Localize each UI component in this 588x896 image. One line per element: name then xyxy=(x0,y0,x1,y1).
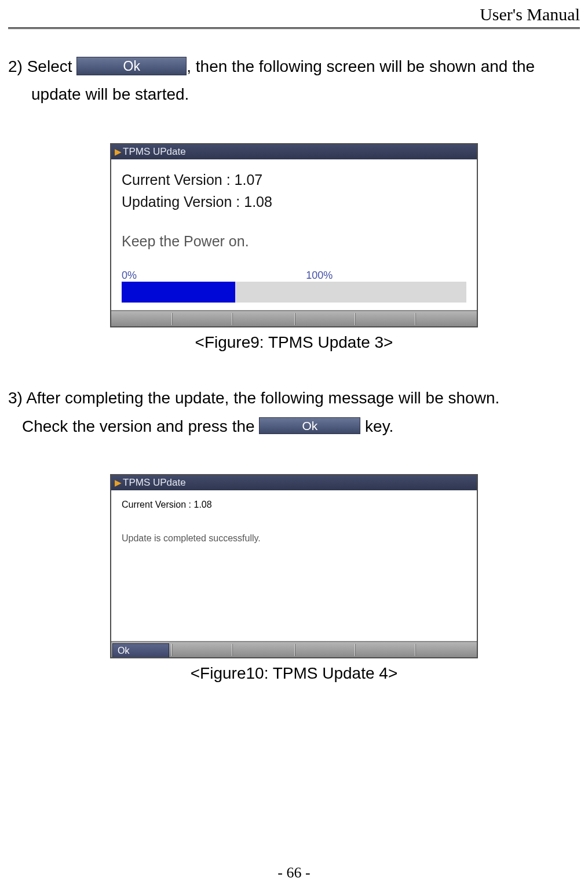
progress-label-0: 0% xyxy=(122,269,306,282)
tpms-update-screen-progress: ▶TPMS UPdate Current Version : 1.07 Upda… xyxy=(110,143,478,327)
bottombar-divider xyxy=(355,313,356,325)
bottombar-divider xyxy=(171,644,173,656)
header-rule xyxy=(8,27,580,29)
step-3-suffix: key. xyxy=(360,417,393,435)
current-version-text: Current Version : 1.08 xyxy=(122,500,466,510)
figure-10-caption: <Figure10: TPMS Update 4> xyxy=(8,664,580,683)
screen-body: Current Version : 1.08 Update is complet… xyxy=(111,490,477,641)
step-2-suffix: , then the following screen will be show… xyxy=(187,57,535,75)
current-version-text: Current Version : 1.07 xyxy=(122,169,466,191)
screen-body: Current Version : 1.07 Updating Version … xyxy=(111,159,477,310)
bottombar-divider xyxy=(415,313,416,325)
tpms-update-screen-complete: ▶TPMS UPdate Current Version : 1.08 Upda… xyxy=(110,474,478,658)
bottombar-divider xyxy=(232,313,233,325)
step-3-line2: Check the version and press the Ok key. xyxy=(8,412,580,441)
ok-button[interactable]: Ok xyxy=(259,417,360,434)
bottombar-divider xyxy=(294,644,295,656)
progress-area: 0% 100% xyxy=(122,269,466,305)
keep-power-text: Keep the Power on. xyxy=(122,230,466,252)
figure-9-caption: <Figure9: TPMS Update 3> xyxy=(8,333,580,352)
screen-bottombar xyxy=(111,310,477,326)
step-3-line1: 3) After completing the update, the foll… xyxy=(8,384,580,412)
bottombar-divider xyxy=(415,644,416,656)
step-2-text: 2) Select Ok, then the following screen … xyxy=(8,52,580,107)
completion-message: Update is completed successfully. xyxy=(122,533,466,544)
ok-softkey[interactable]: Ok xyxy=(112,643,169,657)
progress-bar xyxy=(122,282,466,303)
screen-titlebar: ▶TPMS UPdate xyxy=(111,144,477,159)
bottombar-divider xyxy=(171,313,173,325)
step-2-prefix: 2) Select xyxy=(8,57,76,75)
ok-button[interactable]: Ok xyxy=(76,57,187,75)
page-header: User's Manual xyxy=(480,5,580,24)
screen-titlebar: ▶TPMS UPdate xyxy=(111,475,477,490)
page-number: - 66 - xyxy=(0,864,588,882)
bottombar-divider xyxy=(232,644,233,656)
titlebar-arrow-icon: ▶ xyxy=(115,478,122,487)
titlebar-arrow-icon: ▶ xyxy=(115,147,122,156)
titlebar-text: TPMS UPdate xyxy=(123,146,186,157)
progress-bar-fill xyxy=(122,282,235,303)
figure-10-container: ▶TPMS UPdate Current Version : 1.08 Upda… xyxy=(8,474,580,683)
bottombar-divider xyxy=(355,644,356,656)
screen-bottombar: Ok xyxy=(111,641,477,657)
progress-label-100: 100% xyxy=(306,269,333,282)
progress-labels: 0% 100% xyxy=(122,269,466,282)
figure-9-container: ▶TPMS UPdate Current Version : 1.07 Upda… xyxy=(8,143,580,352)
titlebar-text: TPMS UPdate xyxy=(123,477,186,488)
step-3-prefix: Check the version and press the xyxy=(22,417,259,435)
bottombar-divider xyxy=(294,313,295,325)
updating-version-text: Updating Version : 1.08 xyxy=(122,191,466,213)
step-2-line2: update will be started. xyxy=(8,81,580,107)
